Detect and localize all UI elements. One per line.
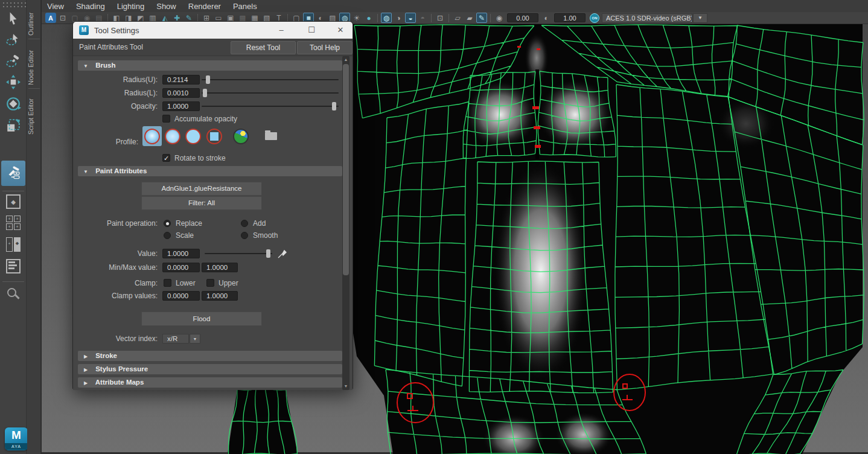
layout-two-pane-icon[interactable]: +◆: [5, 237, 22, 252]
close-button[interactable]: ✕: [331, 22, 349, 39]
tool-settings-scrollbar[interactable]: ▲ ▼: [342, 56, 349, 390]
radius-u-slider-handle[interactable]: [206, 75, 210, 84]
radius-l-slider-handle[interactable]: [203, 89, 207, 97]
layout-four-pane-icon[interactable]: ++++: [5, 216, 22, 230]
rotate-to-stroke-checkbox[interactable]: [162, 154, 170, 162]
brush-profile-gaussian-icon[interactable]: [142, 126, 162, 146]
editor-tab-outliner[interactable]: Outliner: [27, 6, 41, 42]
search-tool-icon[interactable]: [6, 288, 21, 302]
filter-button[interactable]: Filter: All: [141, 196, 262, 210]
paint-overlay-icon[interactable]: ✎: [476, 13, 487, 23]
menu-renderer[interactable]: Renderer: [188, 2, 221, 11]
minimize-button[interactable]: –: [272, 22, 290, 39]
radius-u-field[interactable]: [162, 75, 200, 85]
menu-lighting[interactable]: Lighting: [117, 2, 145, 11]
brush-profile-soft-icon[interactable]: [163, 126, 182, 146]
value-field[interactable]: [162, 249, 200, 258]
vector-index-dropdown[interactable]: x/R: [162, 334, 189, 344]
scroll-down-arrow[interactable]: ▼: [342, 383, 349, 390]
radio-add[interactable]: [241, 220, 248, 227]
silhouette-lighting-icon[interactable]: ●: [363, 13, 374, 23]
accumulate-opacity-checkbox[interactable]: [162, 115, 170, 123]
editor-tab-script-editor[interactable]: Script Editor: [27, 93, 41, 140]
profile-row: Profile:: [73, 126, 342, 148]
paint-attributes-section-header[interactable]: ▼ Paint Attributes: [78, 166, 342, 176]
eyedropper-icon[interactable]: [277, 248, 288, 259]
clamp-max-field[interactable]: [202, 291, 238, 301]
stroke-section-header[interactable]: ▶ Stroke: [78, 351, 342, 361]
attribute-maps-section-header[interactable]: ▶ Attribute Maps: [78, 377, 342, 388]
rotate-tool-icon[interactable]: [4, 95, 23, 113]
menu-panels[interactable]: Panels: [233, 2, 257, 11]
color-management-toggle-icon[interactable]: ON: [590, 13, 599, 23]
isolate-select-icon[interactable]: ⊡: [435, 13, 445, 23]
radius-l-slider[interactable]: [202, 92, 339, 94]
lasso-select-tool-icon[interactable]: [4, 31, 23, 49]
clamp-min-field[interactable]: [162, 291, 200, 301]
opacity-slider[interactable]: [202, 106, 339, 107]
ssao-icon[interactable]: ◒: [405, 13, 416, 23]
brush-profile-square-icon[interactable]: [205, 126, 224, 146]
menu-shading[interactable]: Shading: [76, 2, 105, 11]
layout-outliner-persp-icon[interactable]: [5, 259, 22, 273]
radius-u-slider[interactable]: [202, 79, 339, 80]
layout-single-pane-icon[interactable]: ◆: [5, 194, 22, 209]
maya-logo-aya: AYA: [5, 443, 28, 450]
toolbar-separator: [431, 14, 432, 22]
motion-blur-icon[interactable]: ◓: [417, 13, 428, 23]
flood-button[interactable]: Flood: [141, 312, 262, 326]
paint-attributes-tool-icon[interactable]: [1, 161, 25, 186]
backface-culling-icon[interactable]: ▰: [464, 13, 475, 23]
xray-icon[interactable]: ▱: [452, 13, 463, 23]
clamp-lower-checkbox[interactable]: [164, 279, 171, 287]
marquee-select-icon[interactable]: ⊡: [57, 13, 68, 23]
menu-show[interactable]: Show: [156, 2, 176, 11]
radio-smooth[interactable]: [241, 232, 248, 239]
tool-settings-titlebar[interactable]: M Tool Settings – ☐ ✕: [73, 22, 353, 39]
browse-profile-folder-icon[interactable]: [261, 126, 281, 146]
brush-profile-solid-icon[interactable]: [183, 126, 203, 146]
vector-index-dropdown-arrow[interactable]: ▼: [190, 334, 200, 344]
gamma-icon[interactable]: ◐: [541, 13, 552, 23]
shadows-icon[interactable]: ◑: [393, 13, 404, 23]
brush-section-header[interactable]: ▼ Brush: [78, 60, 342, 71]
tool-help-button[interactable]: Tool Help: [297, 41, 353, 54]
opacity-slider-handle[interactable]: [332, 102, 336, 110]
exposure-icon[interactable]: ◉: [494, 13, 505, 23]
stylus-pressure-section-header[interactable]: ▶ Stylus Pressure: [78, 364, 342, 374]
editor-tab-node-editor[interactable]: Node Editor: [27, 43, 41, 92]
view-transform-dropdown-arrow[interactable]: ▼: [693, 13, 707, 23]
opacity-field[interactable]: [162, 101, 200, 111]
radius-l-field[interactable]: [162, 88, 200, 98]
brush-profile-image-icon[interactable]: [231, 126, 251, 146]
a-badge-icon[interactable]: A: [45, 13, 56, 23]
paint-operation-row-2: Scale Smooth: [73, 230, 342, 241]
radio-replace[interactable]: [164, 220, 171, 227]
max-value-field[interactable]: [202, 263, 238, 272]
panel-menubar: ViewShadingLightingShowRendererPanels: [42, 0, 868, 12]
paint-select-tool-icon[interactable]: [4, 52, 23, 70]
radio-add-label: Add: [253, 218, 266, 229]
exposure-field[interactable]: [507, 13, 538, 22]
lighting-dome-icon[interactable]: ◍: [381, 13, 392, 23]
value-slider-handle[interactable]: [266, 249, 270, 258]
scroll-up-arrow[interactable]: ▲: [342, 56, 349, 63]
radius-l-row: Radius(L):: [73, 88, 342, 98]
maximize-button[interactable]: ☐: [302, 22, 321, 39]
value-slider[interactable]: [205, 253, 272, 254]
menu-view[interactable]: View: [47, 2, 64, 11]
radio-scale[interactable]: [164, 232, 171, 239]
toolbar-separator: [377, 14, 378, 22]
default-lighting-icon[interactable]: ☀: [351, 13, 362, 23]
move-tool-icon[interactable]: [4, 73, 23, 91]
attribute-select-button[interactable]: AdnGlue1.glueResistance: [141, 182, 262, 196]
min-value-field[interactable]: [162, 263, 200, 272]
radio-replace-label: Replace: [176, 218, 202, 229]
scrollbar-thumb[interactable]: [343, 64, 349, 275]
view-transform-dropdown[interactable]: ACES 1.0 SDR-video (sRGB): [602, 13, 692, 23]
clamp-upper-checkbox[interactable]: [206, 279, 214, 287]
gamma-field[interactable]: [554, 13, 586, 22]
reset-tool-button[interactable]: Reset Tool: [231, 41, 296, 54]
scale-tool-icon[interactable]: [4, 117, 23, 135]
select-tool-icon[interactable]: [4, 10, 23, 28]
